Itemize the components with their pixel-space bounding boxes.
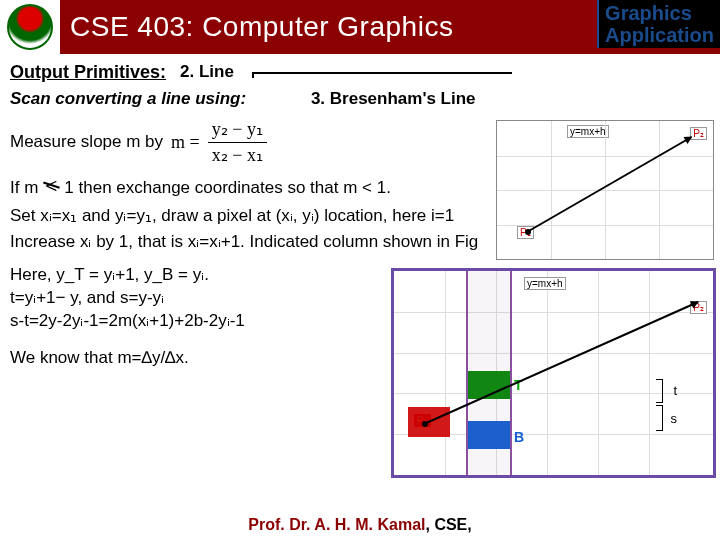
b-label: B (512, 429, 526, 445)
subheading: Scan converting a line using: (10, 89, 246, 108)
university-logo (0, 0, 60, 54)
badge-line2: Application (605, 24, 714, 46)
eq-label: y=mx+h (567, 125, 609, 138)
topic-badge: Graphics Application (597, 0, 720, 48)
measure-label: Measure slope m by (10, 131, 163, 154)
t-brace-icon (657, 379, 663, 403)
eq-label-2: y=mx+h (524, 277, 566, 290)
s-brace-icon (657, 405, 663, 431)
dept-text: , CSE, (425, 516, 471, 533)
fraction-numerator: y₂ − y₁ (208, 117, 267, 142)
figure-line-overview: P₂ y=mx+h P₁ (496, 120, 714, 260)
slide-footer: Prof. Dr. A. H. M. Kamal, CSE, (0, 516, 720, 534)
badge-line1: Graphics (605, 2, 714, 24)
divider-line (252, 72, 512, 78)
algorithm-name: 3. Bresenham's Line (311, 89, 476, 108)
topic-item: 2. Line (180, 61, 234, 84)
struck-lt-icon: < (45, 171, 58, 201)
professor-name: Prof. Dr. A. H. M. Kamal (248, 516, 425, 533)
m-equals: m = (171, 130, 200, 154)
section-heading: Output Primitives: (10, 60, 166, 84)
slope-fraction: y₂ − y₁ x₂ − x₁ (208, 117, 267, 167)
s-small-label: s (669, 411, 680, 426)
figure-bresenham-detail: y=mx+h P₂ P₁ T B t s (391, 268, 716, 478)
t-small-label: t (671, 383, 679, 398)
slide-header: CSE 403: Computer Graphics Graphics Appl… (0, 0, 720, 54)
fraction-denominator: x₂ − x₁ (208, 143, 267, 167)
course-title: CSE 403: Computer Graphics (70, 11, 453, 43)
